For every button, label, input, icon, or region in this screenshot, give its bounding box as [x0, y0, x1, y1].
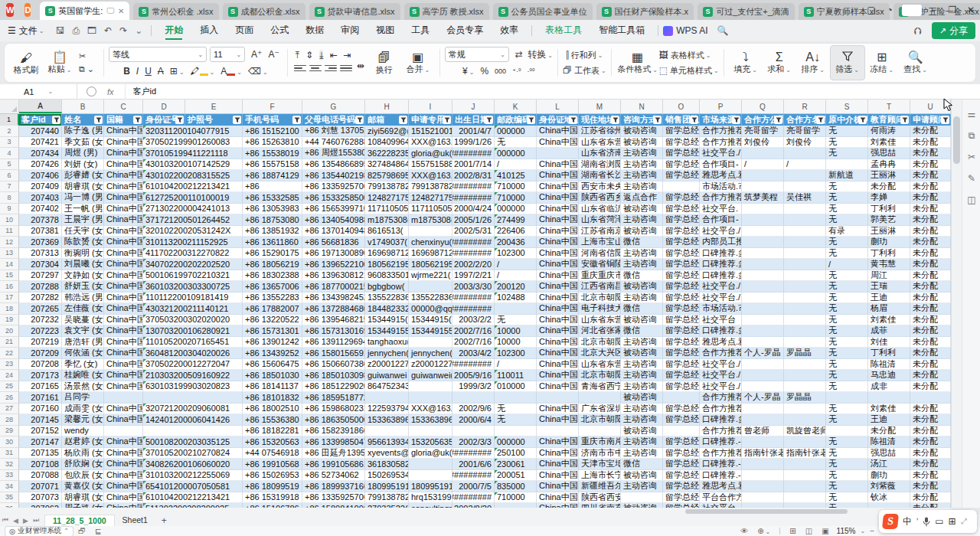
filter-dropdown-icon[interactable]	[399, 116, 407, 124]
row-number[interactable]: 11	[0, 226, 19, 237]
cell[interactable]: 362228235	[365, 148, 409, 159]
cell[interactable]: +86 56681836	[302, 237, 365, 248]
cell[interactable]: 合作方推荐	[700, 348, 742, 359]
cell[interactable]: 丁利利	[868, 348, 910, 359]
cell[interactable]: 153363896	[365, 414, 409, 426]
cell[interactable]: 社交平台./	[700, 359, 742, 371]
cell[interactable]: 无	[826, 370, 868, 381]
close-button[interactable]: ✕	[962, 0, 980, 20]
cell[interactable]: +86 1580156591	[302, 348, 365, 359]
cell[interactable]: China中国	[104, 148, 143, 159]
cell[interactable]	[784, 381, 826, 393]
cell[interactable]: +86 13657006	[243, 281, 302, 293]
cell[interactable]	[784, 315, 826, 326]
cell[interactable]: 雅思考点.雅	[700, 170, 742, 181]
cell[interactable]: m1875308(	[409, 214, 452, 226]
cell[interactable]: 无	[826, 293, 868, 304]
cell[interactable]	[537, 426, 579, 437]
cell[interactable]: 320311200104077915	[143, 126, 243, 137]
cell[interactable]: +86 1877000215	[302, 281, 365, 293]
cell[interactable]: China中国	[104, 381, 143, 393]
cell[interactable]	[409, 381, 452, 393]
underline-button[interactable]: U	[145, 66, 152, 77]
row-number[interactable]: 31	[0, 448, 19, 459]
cell[interactable]: China中国	[537, 181, 579, 193]
cell[interactable]: 河北省张家	[579, 325, 621, 337]
cell[interactable]: China中国	[537, 226, 579, 237]
cell[interactable]: 河南省信阳	[579, 248, 621, 260]
cell[interactable]: +86 周煜155380	[302, 148, 365, 159]
cell[interactable]: 丁利利	[868, 248, 910, 260]
cell[interactable]: 135522836	[365, 293, 409, 304]
cell[interactable]: 冯一博 (男	[62, 192, 104, 204]
cell[interactable]	[784, 492, 826, 504]
share-button[interactable]: ↗ 分享	[932, 22, 975, 39]
cell[interactable]	[742, 436, 784, 448]
cell[interactable]	[742, 481, 784, 492]
cell[interactable]: 合作方推荐	[700, 404, 742, 415]
cell[interactable]: 吕同学	[62, 392, 104, 404]
skin-icon[interactable]: ◔	[880, 0, 899, 20]
cell[interactable]: 370105199411221118	[143, 148, 243, 159]
cell[interactable]: 102300	[495, 348, 537, 359]
cell[interactable]	[742, 303, 784, 315]
cell[interactable]: +86 18302388	[243, 270, 302, 282]
column-letter-G[interactable]: G	[302, 100, 365, 113]
cell[interactable]: 207426	[19, 159, 62, 171]
cell[interactable]: 207209	[19, 348, 62, 359]
cell[interactable]: 舒欣娴 (女	[62, 459, 104, 470]
cell[interactable]: +86 15332585	[243, 192, 302, 204]
file-menu[interactable]: ☰ 文件 ⌄	[8, 25, 44, 38]
cell[interactable]: 刘素佳	[868, 315, 910, 326]
row-number[interactable]: 8	[0, 192, 19, 204]
cell[interactable]: 无	[495, 315, 537, 326]
cell[interactable]: China中国	[537, 170, 579, 181]
cell[interactable]: #########	[452, 181, 495, 193]
cell[interactable]: 刘素佳	[868, 404, 910, 415]
cell[interactable]: 罗晶晶	[784, 392, 826, 404]
rows-cols-button[interactable]: ⫿ 行和列⌄	[566, 47, 603, 63]
cell[interactable]: 合作方推荐	[700, 137, 742, 149]
column-header[interactable]: 护照号	[185, 114, 243, 126]
cell[interactable]: 唐浩轩 (男	[62, 337, 104, 348]
filter-dropdown-icon[interactable]	[690, 116, 698, 124]
cell[interactable]: 主动咨询	[621, 159, 663, 171]
cell[interactable]: 口碑推荐.-	[700, 470, 742, 482]
cell[interactable]: China中国	[104, 237, 143, 248]
find-button[interactable]: 🔍 查找⌄	[899, 46, 933, 80]
cell[interactable]: 未分配	[910, 436, 951, 448]
cell[interactable]: 2000/7/5	[452, 481, 495, 492]
select-all-corner[interactable]	[0, 100, 19, 113]
cell[interactable]: 130703200106280921	[143, 325, 243, 337]
cell[interactable]: 未分配	[910, 481, 951, 492]
cell[interactable]: 207282	[19, 293, 62, 304]
cell[interactable]: /	[495, 270, 537, 282]
cell[interactable]: 226406	[495, 226, 537, 237]
cell[interactable]: 社交平台./	[700, 281, 742, 293]
cell[interactable]: 微信	[621, 303, 663, 315]
cell[interactable]: 15344915(	[365, 315, 409, 326]
column-header[interactable]: 出生日期	[452, 114, 495, 126]
column-letter-T[interactable]: T	[868, 100, 910, 113]
cell[interactable]: 主动咨询	[621, 448, 663, 459]
cell[interactable]: 无	[826, 436, 868, 448]
cell[interactable]: 社交平台	[700, 315, 742, 326]
cell[interactable]: 周煜 (男)	[62, 148, 104, 159]
cell[interactable]: China中国	[537, 270, 579, 282]
cell[interactable]: +86 15263810	[243, 137, 302, 149]
column-header[interactable]: 邮箱	[365, 114, 409, 126]
cell[interactable]	[495, 426, 537, 437]
cell[interactable]: China中国	[537, 214, 579, 226]
cell[interactable]: 2002/5/31	[452, 226, 495, 237]
cell[interactable]: 2005/9/16	[452, 370, 495, 381]
cell[interactable]: 340826200106060020	[143, 459, 243, 470]
target-icon[interactable]: ⊕⌄	[757, 527, 770, 535]
cell[interactable]: 630103199903020823	[143, 381, 243, 393]
cell[interactable]: 2002/9/6	[452, 404, 495, 415]
cell[interactable]: China中国	[104, 448, 143, 459]
sidebar-settings-icon[interactable]: ⚌	[966, 109, 977, 119]
row-number[interactable]: 6	[0, 170, 19, 181]
cell[interactable]: 未分配	[910, 492, 951, 504]
window-split-icon[interactable]: 🗗	[78, 527, 86, 535]
cell[interactable]: /	[495, 359, 537, 371]
